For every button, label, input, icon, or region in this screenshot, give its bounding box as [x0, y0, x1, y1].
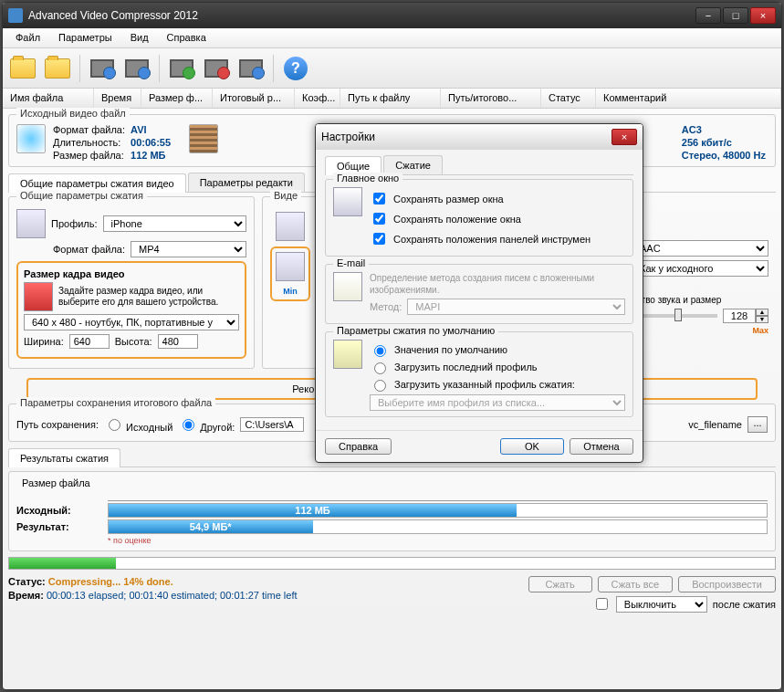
- compress-all-button[interactable]: Сжать все: [598, 576, 674, 592]
- duration-value: 00:06:55: [131, 137, 171, 148]
- frame-preset-select[interactable]: 640 x 480 - ноутбук, ПК, портативные у: [24, 314, 239, 330]
- profile-icon: [333, 340, 362, 369]
- format-select[interactable]: MP4: [131, 241, 246, 257]
- shutdown-select[interactable]: Выключить: [616, 596, 707, 613]
- app-title: Advanced Video Compressor 2012: [28, 9, 694, 22]
- spin-up[interactable]: ▲: [756, 309, 768, 316]
- audio-source-select[interactable]: Как у исходного: [632, 260, 768, 277]
- footnote: * по оценке: [108, 536, 768, 545]
- col-comment[interactable]: Комментарий: [596, 89, 781, 108]
- tb-stop[interactable]: [200, 52, 233, 85]
- radio-defaults[interactable]: [374, 345, 386, 357]
- column-headers: Имя файла Время Размер ф... Итоговый р..…: [3, 89, 781, 109]
- format-label: Формат файла:: [53, 124, 125, 135]
- cb-save-toolbars[interactable]: [373, 233, 385, 245]
- defaults-title: Параметры сжатия по умолчанию: [333, 325, 498, 336]
- col-time[interactable]: Время: [94, 89, 141, 108]
- time-value: 00:00:13 elapsed; 00:01:40 estimated; 00…: [47, 590, 298, 601]
- save-path-label: Путь сохранения:: [16, 419, 99, 430]
- format-label: Формат файла:: [53, 244, 125, 255]
- menu-params[interactable]: Параметры: [49, 28, 121, 47]
- tb-compress[interactable]: [165, 52, 198, 85]
- settings-dialog: Настройки × Общие Сжатие Главное окно Со…: [315, 123, 643, 463]
- play-button[interactable]: Воспроизвести: [678, 576, 776, 592]
- tb-batch[interactable]: [235, 52, 267, 85]
- browse-button[interactable]: ...: [747, 416, 768, 433]
- tb-open-folder[interactable]: [41, 52, 74, 85]
- film-icon: [170, 59, 193, 78]
- maximize-button[interactable]: □: [723, 7, 748, 24]
- frame-title: Размер кадра видео: [24, 268, 239, 279]
- tb-play2[interactable]: [120, 52, 153, 85]
- col-outpath[interactable]: Путь/итогово...: [441, 89, 541, 108]
- modal-ok-button[interactable]: OK: [500, 438, 564, 455]
- time-label: Время:: [8, 590, 44, 601]
- folder-icon: [45, 58, 70, 79]
- shutdown-checkbox[interactable]: [596, 598, 608, 610]
- window-icon: [333, 187, 362, 216]
- menu-view[interactable]: Вид: [121, 28, 158, 47]
- film-icon: [239, 59, 263, 78]
- width-input[interactable]: [69, 334, 110, 349]
- radio-other[interactable]: Другой:: [178, 416, 235, 433]
- mail-icon: [333, 272, 362, 301]
- compress-button[interactable]: Сжать: [528, 576, 592, 592]
- main-titlebar[interactable]: Advanced Video Compressor 2012 − □ ×: [3, 3, 781, 28]
- radio-last-profile[interactable]: [374, 362, 386, 374]
- unit-label: /с: [632, 280, 768, 291]
- film-icon: [90, 59, 114, 78]
- close-button[interactable]: ×: [750, 7, 776, 24]
- col-ratio[interactable]: Коэф...: [295, 89, 340, 108]
- height-label: Высота:: [115, 336, 152, 347]
- modal-cancel-button[interactable]: Отмена: [570, 438, 633, 455]
- minimize-button[interactable]: −: [695, 7, 721, 24]
- profile-select[interactable]: iPhone: [103, 215, 246, 232]
- col-result[interactable]: Итоговый р...: [213, 89, 295, 108]
- filesize-label: Размер файла: [22, 477, 768, 488]
- method-label: Метод:: [370, 301, 402, 312]
- compress-group-title: Общие параметры сжатия: [16, 190, 147, 201]
- format-value: AVI: [131, 124, 171, 135]
- modal-help-button[interactable]: Справка: [325, 438, 392, 455]
- audio-slider[interactable]: [632, 314, 717, 318]
- min-label: Min: [276, 287, 305, 296]
- modal-titlebar[interactable]: Настройки ×: [316, 124, 643, 150]
- profile-label: Профиль:: [51, 218, 98, 229]
- modal-close-button[interactable]: ×: [612, 129, 637, 145]
- source-group-title: Исходный видео файл: [16, 108, 130, 119]
- email-title: E-mail: [333, 257, 369, 268]
- tab-edit[interactable]: Параметры редакти: [188, 173, 305, 192]
- tb-play1[interactable]: [86, 52, 119, 85]
- col-filename[interactable]: Имя файла: [3, 89, 94, 108]
- height-input[interactable]: [158, 334, 198, 349]
- cb-save-size[interactable]: [373, 193, 385, 204]
- overall-progress: [8, 557, 776, 570]
- col-path[interactable]: Путь к файлу: [340, 89, 441, 108]
- results-group: Размер файла Исходный: 112 МБ Результат:…: [8, 471, 776, 551]
- radio-specific-profile[interactable]: [374, 380, 386, 392]
- menubar: Файл Параметры Вид Справка: [3, 28, 781, 48]
- audio-freq: Стерео, 48000 Hz: [682, 150, 766, 161]
- tab-results[interactable]: Результаты сжатия: [8, 448, 120, 467]
- save-path-input[interactable]: [240, 417, 304, 432]
- col-size[interactable]: Размер ф...: [141, 89, 213, 108]
- bitrate-spinner[interactable]: ▲▼: [723, 309, 768, 323]
- tb-help[interactable]: ?: [279, 52, 312, 85]
- frame-size-box: Размер кадра видео Задайте размер кадра …: [16, 261, 246, 359]
- spin-down[interactable]: ▼: [756, 316, 768, 323]
- radio-source[interactable]: Исходный: [104, 416, 172, 433]
- menu-file[interactable]: Файл: [6, 28, 49, 47]
- cb-save-pos[interactable]: [373, 213, 385, 225]
- mainwindow-title: Главное окно: [333, 173, 402, 183]
- audio-codec-select[interactable]: AAC: [632, 240, 768, 257]
- menu-help[interactable]: Справка: [158, 28, 215, 47]
- method-select: MAPI: [407, 299, 625, 315]
- profile-select: Выберите имя профиля из списка...: [370, 394, 625, 411]
- film-icon: [276, 252, 305, 281]
- bitrate-input[interactable]: [723, 309, 756, 323]
- modal-tab-compress[interactable]: Сжатие: [383, 155, 443, 174]
- width-label: Ширина:: [24, 336, 64, 347]
- help-icon: ?: [284, 57, 308, 80]
- col-status[interactable]: Статус: [541, 89, 596, 108]
- tb-open-file[interactable]: [6, 52, 39, 85]
